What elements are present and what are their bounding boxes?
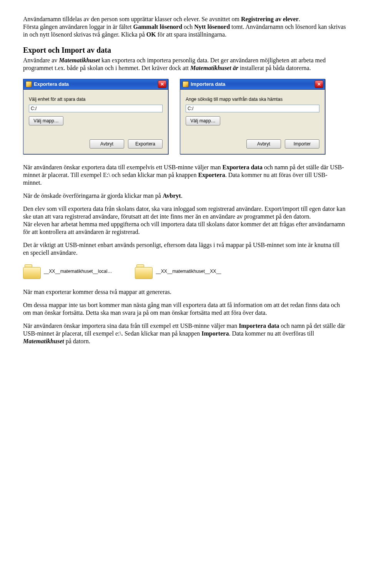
export-dialog: Exportera data ✕ Välj enhet för att spar… bbox=[23, 79, 168, 154]
cancel-button[interactable]: Avbryt bbox=[246, 139, 281, 149]
folder-name: __XX__matematikhuset__local… bbox=[44, 269, 112, 274]
folders-row: __XX__matematikhuset__local… __XX__matem… bbox=[23, 264, 346, 278]
folder-item: __XX__matematikhuset__XX__ bbox=[135, 264, 221, 278]
folder-icon bbox=[23, 264, 40, 278]
import-button[interactable]: Importer bbox=[285, 139, 319, 149]
text: När de önskade överföringarna är gjorda … bbox=[23, 192, 163, 199]
bold-text: OK bbox=[146, 31, 156, 38]
import-path-label: Ange sökväg till mapp varifrån data ska … bbox=[186, 97, 319, 102]
cancel-button[interactable]: Avbryt bbox=[90, 139, 124, 149]
bold-text: Importera data bbox=[239, 322, 279, 329]
import-dialog-title: Importera data bbox=[191, 81, 225, 87]
text: Första gången användaren loggar in är fä… bbox=[23, 23, 133, 30]
text: installerat på båda datorerna. bbox=[238, 65, 311, 71]
bold-text: Registrering av elever bbox=[241, 16, 299, 22]
dialogs-row: Exportera data ✕ Välj enhet för att spar… bbox=[23, 79, 346, 154]
text: Användare av bbox=[23, 57, 59, 63]
export-path-label: Välj enhet för att spara data bbox=[29, 97, 163, 102]
close-icon[interactable]: ✕ bbox=[158, 80, 166, 88]
bold-text: Importera bbox=[201, 330, 229, 337]
text: När användaren önskar exportera data til… bbox=[23, 164, 222, 170]
browse-folder-button[interactable]: Välj mapp… bbox=[29, 116, 63, 125]
export-dialog-title: Exportera data bbox=[34, 81, 69, 87]
export-path-input[interactable] bbox=[29, 105, 163, 112]
export-dialog-titlebar: Exportera data ✕ bbox=[23, 79, 168, 90]
export-button[interactable]: Exportera bbox=[128, 139, 163, 149]
browse-folder-button[interactable]: Välj mapp… bbox=[186, 116, 220, 125]
paragraph-continue-prompt: Om dessa mappar inte tas bort kommer man… bbox=[23, 301, 346, 317]
bold-text: Nytt lösenord bbox=[194, 23, 230, 30]
text: . bbox=[181, 192, 183, 199]
close-icon[interactable]: ✕ bbox=[315, 80, 323, 88]
text: Användarnamn tilldelas av den person som… bbox=[23, 16, 241, 22]
text: och bbox=[182, 23, 194, 30]
section-heading: Export och Import av data bbox=[23, 45, 346, 55]
import-dialog: Importera data ✕ Ange sökväg till mapp v… bbox=[180, 79, 325, 154]
paragraph-usb-export: När användaren önskar exportera data til… bbox=[23, 164, 346, 187]
import-dialog-titlebar: Importera data ✕ bbox=[180, 79, 325, 90]
bold-text: Gammalt lösenord bbox=[133, 23, 183, 30]
import-path-input[interactable] bbox=[186, 105, 319, 112]
text: på datorn. bbox=[64, 338, 90, 344]
italic-text: Matematikhuset bbox=[23, 338, 64, 344]
text: . Data kommer nu att överföras till bbox=[229, 330, 314, 337]
bold-text: Exportera data bbox=[222, 164, 262, 170]
app-icon bbox=[26, 81, 32, 87]
folder-name: __XX__matematikhuset__XX__ bbox=[156, 269, 221, 274]
paragraph-registered-user: Den elev som vill exportera data från sk… bbox=[23, 205, 346, 236]
italic-text: Matematikhuset är bbox=[190, 65, 238, 71]
text: . bbox=[299, 16, 300, 22]
folder-item: __XX__matematikhuset__local… bbox=[23, 264, 112, 278]
paragraph-intro: Användarnamn tilldelas av den person som… bbox=[23, 15, 346, 38]
text: När användaren önskar importera sina dat… bbox=[23, 322, 239, 329]
paragraph-folders-generated: När man exporterar kommer dessa två mapp… bbox=[23, 288, 346, 296]
text: Den elev som vill exportera data från sk… bbox=[23, 205, 346, 220]
folder-icon bbox=[135, 264, 152, 278]
italic-text: Matematikhuset bbox=[59, 57, 100, 63]
text: När eleven har arbetat hemma med uppgift… bbox=[23, 221, 345, 235]
text: för att spara inställningarna. bbox=[156, 31, 227, 38]
paragraph-import-usb: När användaren önskar importera sina dat… bbox=[23, 322, 346, 345]
paragraph-export-intro: Användare av Matematikhuset kan exporter… bbox=[23, 57, 346, 72]
app-icon bbox=[183, 81, 189, 87]
paragraph-avbryt: När de önskade överföringarna är gjorda … bbox=[23, 192, 346, 200]
bold-text: Exportera bbox=[198, 172, 225, 178]
bold-text: Avbryt bbox=[163, 192, 181, 199]
paragraph-usb-personal: Det är viktigt att USB-minnet enbart anv… bbox=[23, 241, 346, 257]
